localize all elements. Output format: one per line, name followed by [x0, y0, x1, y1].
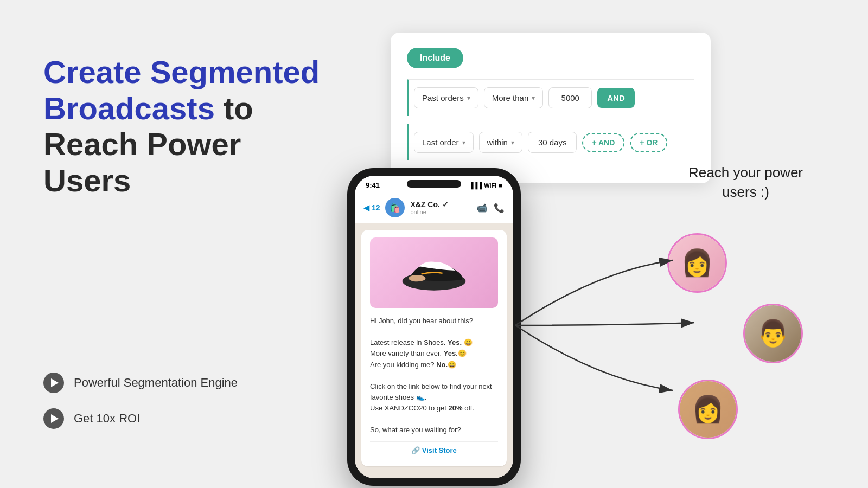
value-input-2[interactable]: 30 days [528, 132, 577, 153]
phone-screen: 9:41 ▐▐▐ WiFi ■ ◀ 12 🛍️ X&Z Co. ✓ online… [355, 176, 513, 478]
product-image [370, 237, 498, 308]
add-or-button[interactable]: + OR [630, 133, 667, 152]
chat-avatar: 🛍️ [385, 198, 405, 217]
headline: Create Segmented Broadcasts to Reach Pow… [43, 54, 326, 199]
user-bubble-1: 👩 [667, 233, 727, 293]
chat-action-icons: 📹 📞 [476, 203, 505, 213]
svg-point-1 [409, 275, 425, 281]
phone-status-bar: 9:41 ▐▐▐ WiFi ■ [355, 176, 513, 192]
add-and-button[interactable]: + AND [582, 133, 624, 152]
battery-icon: ■ [499, 182, 502, 189]
headline-colored: Create Segmented Broadcasts [43, 54, 320, 126]
reach-text: Reach your powerusers :) [688, 163, 803, 202]
chat-body: Hi John, did you hear about this? Latest… [355, 223, 513, 478]
phone-wrapper: 9:41 ▐▐▐ WiFi ■ ◀ 12 🛍️ X&Z Co. ✓ online… [347, 168, 532, 486]
phone-notch [407, 180, 461, 188]
video-icon[interactable]: 📹 [476, 203, 487, 213]
left-section: Create Segmented Broadcasts to Reach Pow… [43, 54, 326, 444]
chat-header: ◀ 12 🛍️ X&Z Co. ✓ online 📹 📞 [355, 192, 513, 223]
chat-status: online [410, 209, 471, 215]
filter-row-2: Last order ▾ within ▾ 30 days + AND + OR [407, 124, 694, 160]
message-text: Hi John, did you hear about this? Latest… [370, 316, 498, 436]
operator-select-2[interactable]: within ▾ [479, 132, 522, 153]
chevron-icon-1: ▾ [467, 94, 470, 102]
field-select-1[interactable]: Past orders ▾ [414, 87, 478, 108]
chat-name: X&Z Co. ✓ [410, 200, 471, 209]
phone-time: 9:41 [366, 181, 380, 189]
signal-icon: ▐▐▐ [469, 182, 482, 189]
call-icon[interactable]: 📞 [494, 203, 505, 213]
user-bubble-2: 👨 [743, 304, 803, 363]
user-bubble-3: 👩 [678, 380, 738, 439]
value-input-1[interactable]: 5000 [548, 87, 592, 108]
chat-back-button[interactable]: ◀ 12 [363, 203, 380, 212]
feature-label-2: Get 10x ROI [74, 412, 140, 426]
filter-row-1: Past orders ▾ More than ▾ 5000 AND [407, 79, 694, 116]
chevron-icon-4: ▾ [511, 139, 514, 146]
message-bubble: Hi John, did you hear about this? Latest… [361, 230, 507, 466]
feature-label-1: Powerful Segmentation Engine [74, 376, 238, 390]
include-button[interactable]: Include [407, 48, 463, 68]
feature-item-1: Powerful Segmentation Engine [43, 373, 326, 393]
and-badge-1[interactable]: AND [597, 88, 635, 108]
visit-store-link[interactable]: 🔗 Visit Store [370, 441, 498, 459]
chevron-icon-3: ▾ [462, 139, 465, 146]
status-icons: ▐▐▐ WiFi ■ [469, 182, 502, 189]
chevron-icon-2: ▾ [532, 94, 535, 102]
features-list: Powerful Segmentation Engine Get 10x ROI [43, 373, 326, 429]
wifi-icon: WiFi [484, 182, 496, 189]
phone-mockup: 9:41 ▐▐▐ WiFi ■ ◀ 12 🛍️ X&Z Co. ✓ online… [347, 168, 521, 486]
play-icon-1 [43, 373, 64, 393]
field-select-2[interactable]: Last order ▾ [414, 132, 474, 153]
segment-panel: Include Past orders ▾ More than ▾ 5000 A… [391, 33, 711, 183]
chat-info: X&Z Co. ✓ online [410, 200, 471, 215]
play-icon-2 [43, 408, 64, 429]
operator-select-1[interactable]: More than ▾ [484, 87, 544, 108]
feature-item-2: Get 10x ROI [43, 408, 326, 429]
